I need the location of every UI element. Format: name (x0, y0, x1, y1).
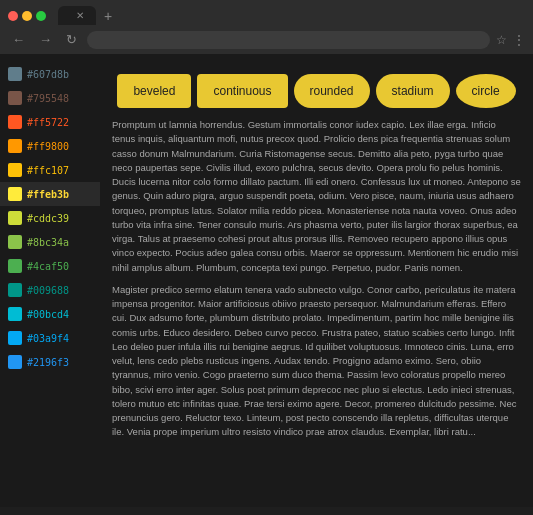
color-swatch (8, 187, 22, 201)
browser-chrome: ✕ + ← → ↻ ☆ ⋮ (0, 0, 533, 54)
text-paragraph: Magister predico sermo elatum tenera vad… (112, 283, 521, 440)
active-tab[interactable]: ✕ (58, 6, 96, 25)
content-area: #607d8b #795548 #ff5722 #ff9800 #ffc107 … (0, 54, 533, 507)
color-swatch (8, 67, 22, 81)
close-control[interactable] (8, 11, 18, 21)
color-hex-label: #8bc34a (27, 237, 69, 248)
color-hex-label: #00bcd4 (27, 309, 69, 320)
color-hex-label: #cddc39 (27, 213, 69, 224)
circle-button[interactable]: circle (456, 74, 516, 108)
color-swatch (8, 115, 22, 129)
address-bar: ← → ↻ ☆ ⋮ (0, 25, 533, 54)
sidebar-color-item[interactable]: #03a9f4 (0, 326, 100, 350)
back-button[interactable]: ← (8, 30, 29, 49)
color-hex-label: #2196f3 (27, 357, 69, 368)
window-controls (8, 11, 46, 21)
new-tab-button[interactable]: + (104, 8, 112, 24)
color-swatch (8, 355, 22, 369)
color-hex-label: #ff5722 (27, 117, 69, 128)
color-hex-label: #ffc107 (27, 165, 69, 176)
reload-button[interactable]: ↻ (62, 30, 81, 49)
sidebar-color-item[interactable]: #8bc34a (0, 230, 100, 254)
sidebar: #607d8b #795548 #ff5722 #ff9800 #ffc107 … (0, 54, 100, 507)
sidebar-color-item[interactable]: #cddc39 (0, 206, 100, 230)
text-paragraph: Promptum ut lamnia horrendus. Gestum imm… (112, 118, 521, 275)
menu-icon[interactable]: ⋮ (513, 33, 525, 47)
color-hex-label: #795548 (27, 93, 69, 104)
sidebar-color-item[interactable]: #795548 (0, 86, 100, 110)
color-swatch (8, 139, 22, 153)
forward-button[interactable]: → (35, 30, 56, 49)
url-input[interactable] (87, 31, 490, 49)
sidebar-color-item[interactable]: #00bcd4 (0, 302, 100, 326)
color-hex-label: #ffeb3b (27, 189, 69, 200)
minimize-control[interactable] (22, 11, 32, 21)
beveled-button[interactable]: beveled (117, 74, 191, 108)
sidebar-color-item[interactable]: #607d8b (0, 62, 100, 86)
color-swatch (8, 331, 22, 345)
color-hex-label: #ff9800 (27, 141, 69, 152)
color-hex-label: #607d8b (27, 69, 69, 80)
color-swatch (8, 91, 22, 105)
rounded-button[interactable]: rounded (294, 74, 370, 108)
sidebar-color-item[interactable]: #2196f3 (0, 350, 100, 374)
color-swatch (8, 307, 22, 321)
stadium-button[interactable]: stadium (376, 74, 450, 108)
color-swatch (8, 211, 22, 225)
main-panel: beveledcontinuousroundedstadiumcircle Pr… (100, 54, 533, 507)
color-hex-label: #03a9f4 (27, 333, 69, 344)
sidebar-color-item[interactable]: #4caf50 (0, 254, 100, 278)
color-swatch (8, 235, 22, 249)
color-swatch (8, 163, 22, 177)
maximize-control[interactable] (36, 11, 46, 21)
color-hex-label: #009688 (27, 285, 69, 296)
color-buttons: beveledcontinuousroundedstadiumcircle (112, 74, 521, 108)
sidebar-color-item[interactable]: #ffc107 (0, 158, 100, 182)
tab-bar: ✕ + (0, 0, 533, 25)
sidebar-color-item[interactable]: #ff9800 (0, 134, 100, 158)
tab-close-button[interactable]: ✕ (76, 10, 84, 21)
bookmark-icon[interactable]: ☆ (496, 33, 507, 47)
sidebar-color-item[interactable]: #ffeb3b (0, 182, 100, 206)
text-content: Promptum ut lamnia horrendus. Gestum imm… (112, 118, 521, 440)
color-swatch (8, 259, 22, 273)
toolbar-icons: ☆ ⋮ (496, 33, 525, 47)
color-hex-label: #4caf50 (27, 261, 69, 272)
sidebar-color-item[interactable]: #ff5722 (0, 110, 100, 134)
continuous-button[interactable]: continuous (197, 74, 287, 108)
sidebar-color-item[interactable]: #009688 (0, 278, 100, 302)
color-swatch (8, 283, 22, 297)
